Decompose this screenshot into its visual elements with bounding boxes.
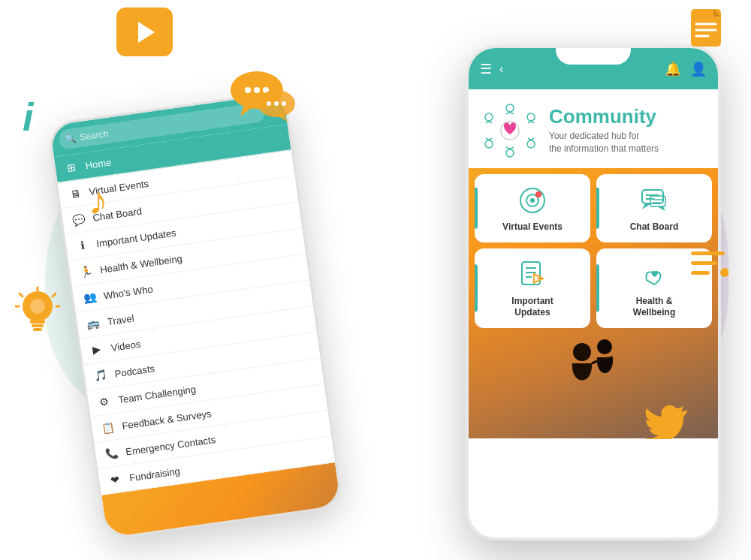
svg-rect-13 (32, 324, 44, 327)
people-silhouette (556, 333, 631, 431)
svg-rect-27 (691, 261, 717, 265)
music-note-svg: ♪ (89, 176, 130, 221)
svg-point-36 (527, 113, 535, 121)
document-icon (687, 8, 728, 62)
virtual-events-tile-label: Virtual Events (502, 221, 562, 233)
community-subtitle: Your dedicated hub forthe information th… (549, 130, 659, 155)
right-phone: ☰ ‹ 🔔 👤 (466, 45, 721, 540)
bulb-icon (15, 285, 60, 345)
svg-point-33 (506, 104, 514, 112)
svg-marker-2 (240, 105, 255, 116)
health-wellbeing-tile-icon (638, 257, 671, 291)
feedback-icon: 📋 (101, 420, 116, 435)
important-updates-tile-icon (516, 257, 550, 291)
virtual-events-icon: 🖥 (68, 186, 83, 201)
fundraising-icon: ❤ (107, 472, 122, 487)
search-placeholder: Search (80, 128, 110, 143)
svg-rect-46 (642, 190, 663, 203)
home-label: Home (85, 156, 112, 171)
chat-bubble-icon (225, 68, 300, 131)
important-updates-icon: ℹ (74, 238, 89, 253)
play-triangle (138, 22, 155, 43)
team-icon: ⚙ (97, 394, 112, 409)
fundraising-label: Fundraising (128, 465, 180, 483)
important-updates-label: Important Updates (95, 227, 176, 249)
health-label: Health & Wellbeing (99, 252, 182, 275)
whos-who-icon: 👥 (82, 290, 97, 305)
community-title: Community (549, 106, 659, 128)
svg-point-35 (485, 113, 493, 121)
svg-text:♪: ♪ (89, 179, 108, 221)
svg-point-9 (274, 101, 279, 106)
music-icon: ♪ (89, 176, 130, 224)
info-icon: i (23, 98, 33, 137)
videos-icon: ▶ (89, 342, 104, 357)
play-icon (116, 8, 173, 56)
svg-marker-49 (642, 203, 651, 209)
community-header: Community Your dedicated hub forthe info… (469, 89, 718, 168)
emergency-icon: 📞 (104, 446, 119, 461)
svg-rect-12 (30, 320, 45, 324)
notch (556, 48, 631, 65)
user-profile-icon[interactable]: 👤 (690, 61, 707, 77)
svg-point-34 (506, 149, 514, 157)
svg-rect-28 (691, 271, 710, 275)
svg-marker-53 (657, 206, 665, 211)
important-updates-tile-label: ImportantUpdates (511, 296, 553, 319)
svg-rect-26 (691, 251, 725, 255)
svg-line-16 (20, 294, 23, 297)
lines-icon (687, 248, 728, 285)
svg-point-39 (573, 343, 591, 361)
svg-point-29 (720, 268, 728, 277)
chat-board-tile-icon (638, 183, 671, 217)
tile-important-updates[interactable]: ImportantUpdates (475, 248, 590, 328)
travel-icon: 🚌 (86, 316, 101, 331)
podcasts-label: Podcasts (114, 363, 155, 379)
svg-point-20 (30, 299, 45, 314)
bell-icon[interactable]: 🔔 (665, 61, 681, 77)
svg-point-4 (254, 87, 260, 93)
search-icon: 🔍 (65, 133, 77, 145)
health-icon: 🏃 (78, 264, 93, 279)
videos-label: Videos (110, 338, 141, 353)
home-icon: ⊞ (64, 160, 79, 175)
svg-line-17 (53, 294, 56, 297)
svg-point-38 (527, 140, 535, 148)
svg-point-3 (245, 87, 251, 93)
svg-point-43 (530, 198, 535, 203)
chat-board-tile-label: Chat Board (630, 221, 679, 233)
svg-point-8 (267, 101, 271, 106)
feedback-label: Feedback & Surveys (121, 408, 212, 432)
team-label: Team Challenging (118, 383, 197, 405)
svg-point-45 (537, 193, 540, 196)
svg-point-37 (485, 140, 493, 148)
svg-point-10 (282, 101, 286, 106)
svg-rect-14 (33, 328, 42, 331)
community-text-block: Community Your dedicated hub forthe info… (549, 106, 659, 155)
community-icon (480, 101, 540, 161)
left-phone: 🔍 Search › ⊞ Home 🖥 Virtual Events 💬 Cha… (47, 90, 344, 540)
phones-container: 🔍 Search › ⊞ Home 🖥 Virtual Events 💬 Cha… (75, 45, 736, 545)
chat-board-icon: 💬 (71, 212, 86, 227)
travel-label: Travel (107, 312, 134, 327)
tile-virtual-events[interactable]: Virtual Events (475, 174, 590, 242)
virtual-events-tile-icon (516, 183, 550, 217)
hamburger-icon[interactable]: ☰ (480, 61, 492, 77)
feature-tiles-grid: Virtual Events (469, 168, 718, 334)
right-phone-header: ☰ ‹ 🔔 👤 (469, 48, 718, 89)
svg-point-40 (597, 339, 612, 354)
tile-chat-board[interactable]: Chat Board (596, 174, 712, 242)
whos-who-label: Who's Who (103, 283, 154, 301)
back-icon[interactable]: ‹ (499, 62, 503, 76)
podcasts-icon: 🎵 (93, 368, 108, 383)
twitter-icon (642, 398, 687, 442)
health-wellbeing-tile-label: Health &Wellbeing (633, 296, 675, 319)
